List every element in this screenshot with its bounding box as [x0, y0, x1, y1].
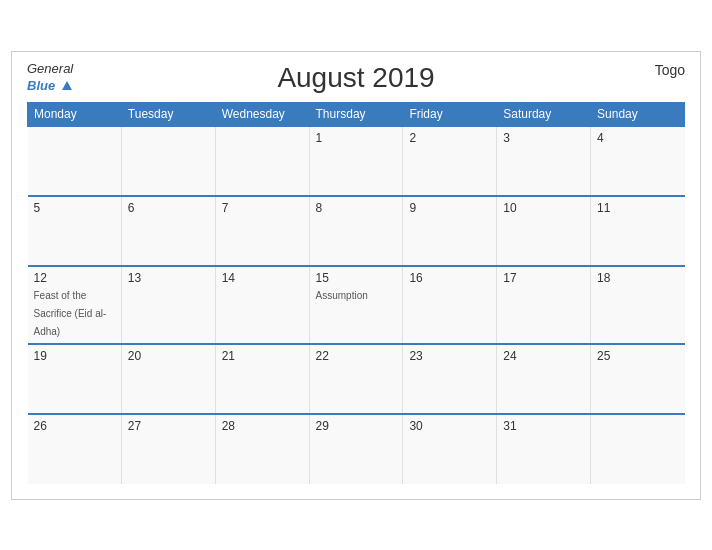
- country-label: Togo: [655, 62, 685, 78]
- day-number: 24: [503, 349, 584, 363]
- header-monday: Monday: [28, 102, 122, 126]
- day-number: 21: [222, 349, 303, 363]
- day-cell: 11: [591, 196, 685, 266]
- day-number: 17: [503, 271, 584, 285]
- day-cell: 26: [28, 414, 122, 484]
- logo-blue-text: Blue: [27, 76, 73, 94]
- day-cell: 2: [403, 126, 497, 196]
- day-number: 14: [222, 271, 303, 285]
- day-number: 23: [409, 349, 490, 363]
- day-cell: 19: [28, 344, 122, 414]
- day-number: 18: [597, 271, 678, 285]
- day-cell: [28, 126, 122, 196]
- day-number: 26: [34, 419, 115, 433]
- day-cell: 8: [309, 196, 403, 266]
- calendar-grid: Monday Tuesday Wednesday Thursday Friday…: [27, 102, 685, 484]
- day-number: 27: [128, 419, 209, 433]
- week-row-3: 12Feast of the Sacrifice (Eid al-Adha)13…: [28, 266, 685, 344]
- day-number: 29: [316, 419, 397, 433]
- day-cell: 17: [497, 266, 591, 344]
- day-number: 9: [409, 201, 490, 215]
- day-number: 12: [34, 271, 115, 285]
- day-number: 10: [503, 201, 584, 215]
- day-number: 16: [409, 271, 490, 285]
- day-cell: [591, 414, 685, 484]
- day-event: Assumption: [316, 290, 368, 301]
- day-number: 13: [128, 271, 209, 285]
- header-sunday: Sunday: [591, 102, 685, 126]
- day-number: 31: [503, 419, 584, 433]
- day-cell: 25: [591, 344, 685, 414]
- day-number: 1: [316, 131, 397, 145]
- week-row-1: 1234: [28, 126, 685, 196]
- header-wednesday: Wednesday: [215, 102, 309, 126]
- day-number: 22: [316, 349, 397, 363]
- day-number: 5: [34, 201, 115, 215]
- day-number: 20: [128, 349, 209, 363]
- header-thursday: Thursday: [309, 102, 403, 126]
- day-number: 3: [503, 131, 584, 145]
- day-cell: 6: [121, 196, 215, 266]
- day-cell: 14: [215, 266, 309, 344]
- week-row-4: 19202122232425: [28, 344, 685, 414]
- calendar-container: General Blue August 2019 Togo Monday Tue…: [11, 51, 701, 500]
- day-cell: 13: [121, 266, 215, 344]
- logo-general-text: General: [27, 62, 73, 76]
- day-number: 4: [597, 131, 678, 145]
- day-cell: 21: [215, 344, 309, 414]
- day-number: 6: [128, 201, 209, 215]
- day-cell: 24: [497, 344, 591, 414]
- day-cell: 30: [403, 414, 497, 484]
- day-cell: 23: [403, 344, 497, 414]
- day-cell: 10: [497, 196, 591, 266]
- day-number: 25: [597, 349, 678, 363]
- header-tuesday: Tuesday: [121, 102, 215, 126]
- day-cell: 20: [121, 344, 215, 414]
- day-cell: 29: [309, 414, 403, 484]
- week-row-2: 567891011: [28, 196, 685, 266]
- day-cell: 4: [591, 126, 685, 196]
- day-cell: 22: [309, 344, 403, 414]
- day-cell: 16: [403, 266, 497, 344]
- day-number: 28: [222, 419, 303, 433]
- week-row-5: 262728293031: [28, 414, 685, 484]
- day-number: 8: [316, 201, 397, 215]
- day-number: 11: [597, 201, 678, 215]
- day-number: 2: [409, 131, 490, 145]
- header-saturday: Saturday: [497, 102, 591, 126]
- calendar-header: General Blue August 2019 Togo: [27, 62, 685, 94]
- day-number: 19: [34, 349, 115, 363]
- day-cell: 12Feast of the Sacrifice (Eid al-Adha): [28, 266, 122, 344]
- day-cell: 31: [497, 414, 591, 484]
- day-cell: 18: [591, 266, 685, 344]
- day-number: 7: [222, 201, 303, 215]
- calendar-title: August 2019: [27, 62, 685, 94]
- day-cell: 28: [215, 414, 309, 484]
- day-cell: 7: [215, 196, 309, 266]
- weekday-header-row: Monday Tuesday Wednesday Thursday Friday…: [28, 102, 685, 126]
- day-cell: [215, 126, 309, 196]
- day-cell: 27: [121, 414, 215, 484]
- logo-triangle-icon: [62, 81, 72, 90]
- day-number: 30: [409, 419, 490, 433]
- day-number: 15: [316, 271, 397, 285]
- day-cell: 9: [403, 196, 497, 266]
- day-cell: 1: [309, 126, 403, 196]
- day-cell: [121, 126, 215, 196]
- day-cell: 3: [497, 126, 591, 196]
- day-event: Feast of the Sacrifice (Eid al-Adha): [34, 290, 107, 337]
- day-cell: 15Assumption: [309, 266, 403, 344]
- day-cell: 5: [28, 196, 122, 266]
- logo: General Blue: [27, 62, 73, 94]
- header-friday: Friday: [403, 102, 497, 126]
